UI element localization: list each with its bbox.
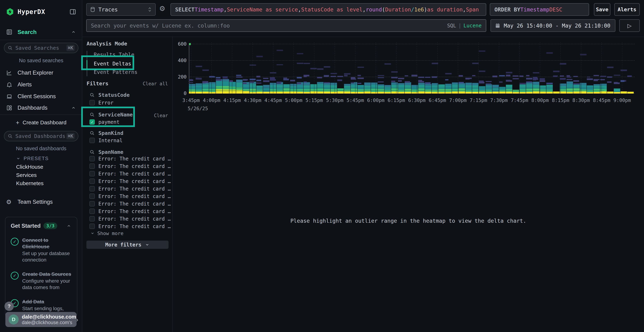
clear-servicename-link[interactable]: Clear bbox=[154, 113, 168, 118]
x-tick-label: 7:00pm bbox=[449, 98, 467, 103]
sidebar-item-client-sessions[interactable]: Client Sessions bbox=[0, 91, 82, 102]
filter-option-label: Error: The credit card … bbox=[98, 171, 171, 177]
sidebar-item-chart-explorer[interactable]: Chart Explorer bbox=[0, 67, 82, 78]
user-menu[interactable]: D dale@clickhouse.com dale@clickhouse.co… bbox=[5, 312, 76, 327]
check-circle-icon: ✓ bbox=[11, 272, 18, 280]
alerts-button[interactable]: Alerts bbox=[614, 3, 640, 16]
collapse-sidebar-icon[interactable] bbox=[70, 8, 76, 15]
y-tick-label: 200 bbox=[173, 74, 186, 80]
x-axis-date-label: 5/26/25 bbox=[188, 106, 208, 111]
query-token: Span bbox=[466, 6, 479, 13]
mode-event-deltas[interactable]: Event Deltas bbox=[94, 60, 131, 68]
checkbox-unchecked[interactable] bbox=[90, 208, 95, 214]
database-icon bbox=[90, 6, 96, 12]
sidebar-item-dashboards[interactable]: Dashboards bbox=[0, 102, 82, 114]
filter-option[interactable]: Error: The credit card … bbox=[90, 155, 171, 162]
checkbox-unchecked[interactable] bbox=[90, 100, 95, 105]
sidebar-item-kubernetes[interactable]: Kubernetes bbox=[0, 179, 82, 188]
saved-searches-input[interactable]: Saved Searches ⌘K bbox=[4, 43, 78, 53]
search-icon[interactable] bbox=[90, 130, 95, 136]
source-select[interactable]: Traces bbox=[86, 3, 156, 16]
search-journal-icon bbox=[6, 29, 13, 35]
chevron-up-icon[interactable] bbox=[71, 105, 76, 110]
query-token: ORDER BY bbox=[494, 6, 520, 13]
chevron-up-icon[interactable] bbox=[66, 223, 72, 228]
more-filters-button[interactable]: More filters bbox=[86, 240, 168, 249]
sidebar-item-alerts[interactable]: Alerts bbox=[0, 79, 82, 90]
mode-results-table[interactable]: Results Table bbox=[94, 50, 134, 59]
filter-option[interactable]: Error: The credit card … bbox=[90, 200, 171, 208]
checkbox-unchecked[interactable] bbox=[90, 164, 95, 169]
search-icon[interactable] bbox=[90, 112, 95, 117]
search-placeholder: Search your events w/ Lucene ex. column:… bbox=[91, 22, 230, 29]
x-tick-label: 8:15pm bbox=[552, 98, 570, 103]
filter-group-name: StatusCode bbox=[98, 92, 130, 98]
sidebar-item-services[interactable]: Services bbox=[0, 171, 82, 179]
checkbox-unchecked[interactable] bbox=[90, 216, 95, 222]
search-icon[interactable] bbox=[90, 92, 95, 98]
filter-option[interactable]: Error: The credit card … bbox=[90, 207, 171, 215]
checkbox-unchecked[interactable] bbox=[90, 201, 95, 206]
help-button[interactable]: ? bbox=[4, 302, 14, 311]
sql-query-input[interactable]: SELECT Timestamp, ServiceName as service… bbox=[170, 3, 486, 16]
x-tick-label: 5:30pm bbox=[326, 98, 344, 103]
checkbox-unchecked[interactable] bbox=[90, 194, 95, 199]
filter-option[interactable]: ✓payment bbox=[90, 118, 120, 126]
sidebar-item-team-settings[interactable]: ⚙ Team Settings bbox=[0, 196, 82, 208]
filter-group-name: SpanName bbox=[98, 149, 124, 155]
sidebar-item-search[interactable]: Search bbox=[0, 26, 82, 38]
analysis-mode-header: Analysis Mode bbox=[86, 40, 127, 47]
filter-option[interactable]: Error bbox=[90, 99, 114, 106]
query-token: 1e6 bbox=[414, 6, 424, 13]
select-chevrons-icon bbox=[148, 6, 152, 12]
filter-option[interactable]: Internal bbox=[90, 136, 122, 144]
presets-toggle[interactable]: PRESETS bbox=[0, 154, 82, 162]
duration-heatmap[interactable] bbox=[189, 41, 635, 94]
show-more-link[interactable]: Show more bbox=[90, 229, 124, 237]
create-dashboard-button[interactable]: + Create Dashboard bbox=[0, 118, 82, 127]
chevron-down-icon bbox=[16, 156, 21, 161]
date-range-picker[interactable]: May 26 15:40:00 - May 26 21:10:00 bbox=[490, 19, 616, 32]
search-icon[interactable] bbox=[90, 149, 95, 155]
checkbox-unchecked[interactable] bbox=[90, 178, 95, 184]
mode-event-patterns[interactable]: Event Patterns bbox=[94, 68, 138, 76]
language-lucene-option[interactable]: Lucene bbox=[464, 23, 482, 28]
play-icon: ▷ bbox=[627, 22, 632, 29]
x-tick-label: 9:00pm bbox=[614, 98, 631, 103]
filter-option[interactable]: Error: The credit card … bbox=[90, 170, 171, 178]
clear-all-link[interactable]: Clear all bbox=[143, 81, 168, 86]
search-input[interactable]: Search your events w/ Lucene ex. column:… bbox=[86, 19, 486, 32]
language-sql-option[interactable]: SQL bbox=[447, 23, 456, 28]
x-tick-label: 4:45pm bbox=[264, 98, 282, 103]
checkbox-unchecked[interactable] bbox=[90, 224, 95, 229]
filter-option[interactable]: Error: The credit card … bbox=[90, 215, 171, 223]
divider bbox=[0, 40, 82, 40]
filter-option[interactable]: Error: The credit card … bbox=[90, 177, 171, 185]
run-query-button[interactable]: ▷ bbox=[619, 19, 640, 32]
get-started-item[interactable]: ✓Connect to ClickHouseSet up your databa… bbox=[11, 237, 72, 263]
sidebar: HyperDX Search Save bbox=[0, 0, 82, 332]
get-started-item[interactable]: ✓Create Data SourcesConfigure where your… bbox=[11, 271, 72, 291]
checkbox-unchecked[interactable] bbox=[90, 186, 95, 192]
filter-option[interactable]: Error: The credit card … bbox=[90, 185, 171, 193]
gear-icon[interactable]: ⚙ bbox=[159, 5, 165, 12]
check-circle-icon: ✓ bbox=[11, 238, 18, 246]
filter-option-label: Error: The credit card … bbox=[98, 163, 171, 169]
checkbox-unchecked[interactable] bbox=[90, 171, 95, 176]
sidebar-item-label: Alerts bbox=[18, 82, 32, 88]
filter-option[interactable]: Error: The credit card … bbox=[90, 162, 171, 170]
filter-option[interactable]: Error: The credit card … bbox=[90, 222, 171, 230]
x-tick-label: 5:45pm bbox=[346, 98, 364, 103]
saved-dashboards-input[interactable]: Saved Dashboards ⌘K bbox=[4, 131, 78, 141]
plus-icon: + bbox=[16, 119, 19, 126]
sidebar-item-clickhouse[interactable]: ClickHouse bbox=[0, 163, 82, 171]
get-started-item-title: Create Data Sources bbox=[22, 271, 72, 278]
order-by-input[interactable]: ORDER BY Timestamp DESC bbox=[490, 3, 589, 16]
chevron-up-icon[interactable] bbox=[71, 29, 76, 35]
save-button[interactable]: Save bbox=[594, 3, 610, 16]
filter-option[interactable]: Error: The credit card … bbox=[90, 192, 171, 200]
checkbox-unchecked[interactable] bbox=[90, 138, 95, 143]
checkbox-unchecked[interactable] bbox=[90, 156, 95, 161]
checkbox-checked[interactable]: ✓ bbox=[90, 119, 95, 125]
chevron-down-icon bbox=[145, 242, 150, 247]
